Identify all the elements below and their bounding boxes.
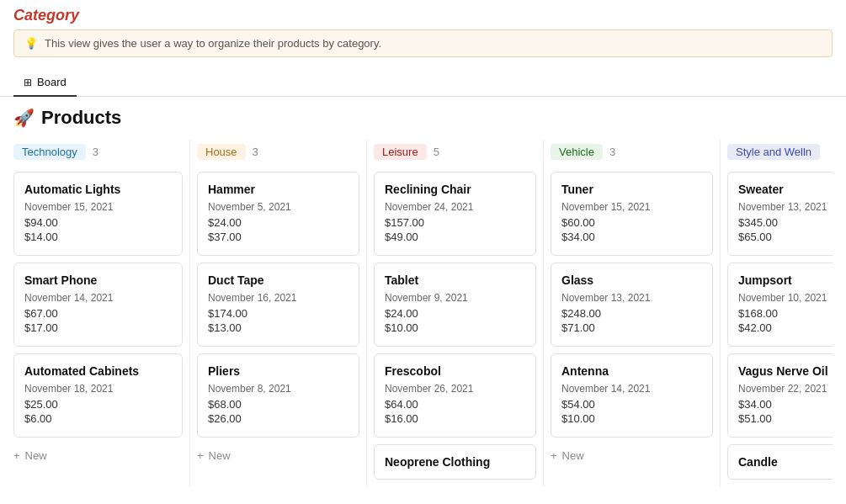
card-price-2: $10.00 [385, 321, 525, 334]
table-row[interactable]: Reclining Chair November 24, 2021 $157.0… [374, 172, 536, 256]
card-title: Antenna [561, 364, 702, 378]
column-tag-house[interactable]: House [197, 144, 246, 160]
table-row[interactable]: Sweater November 13, 2021 $345.00 $65.00 [727, 172, 833, 256]
table-row[interactable]: Antenna November 14, 2021 $54.00 $10.00 [551, 353, 713, 438]
table-row[interactable]: Smart Phone November 14, 2021 $67.00 $17… [13, 263, 183, 347]
plus-icon: + [551, 449, 557, 462]
card-date: November 14, 2021 [24, 292, 172, 304]
column-header-leisure: Leisure 5 [374, 141, 536, 163]
card-price-1: $345.00 [738, 216, 833, 229]
card-date: November 13, 2021 [738, 201, 833, 213]
card-date: November 16, 2021 [208, 292, 349, 304]
card-title: Tuner [561, 183, 702, 196]
table-row[interactable]: Candle [727, 444, 833, 480]
card-price-2: $49.00 [385, 231, 525, 243]
card-price-2: $37.00 [208, 231, 349, 243]
new-button-vehicle[interactable]: + New [551, 444, 713, 467]
tab-board[interactable]: ⊞ Board [13, 69, 77, 97]
products-icon: 🚀 [13, 108, 35, 128]
card-date: November 8, 2021 [208, 383, 349, 395]
table-row[interactable]: Hammer November 5, 2021 $24.00 $37.00 [197, 172, 359, 256]
card-date: November 24, 2021 [385, 201, 525, 213]
column-tag-style[interactable]: Style and Welln [727, 144, 820, 160]
tab-board-label: Board [37, 76, 67, 88]
card-title: Smart Phone [24, 273, 172, 287]
card-date: November 18, 2021 [24, 383, 172, 395]
table-row[interactable]: Tuner November 15, 2021 $60.00 $34.00 [551, 172, 713, 256]
column-count-leisure: 5 [434, 146, 439, 158]
column-leisure: Leisure 5 Reclining Chair November 24, 2… [367, 141, 544, 486]
products-section: 🚀 Products Technology 3 Automatic Lights… [0, 97, 846, 496]
board-container: Technology 3 Automatic Lights November 1… [13, 141, 833, 486]
column-count-house: 3 [253, 146, 258, 158]
new-button-house[interactable]: + New [197, 444, 359, 467]
card-date: November 5, 2021 [208, 201, 349, 213]
card-price-2: $71.00 [561, 321, 702, 334]
column-header-vehicle: Vehicle 3 [551, 141, 713, 163]
table-row[interactable]: Neoprene Clothing [374, 444, 536, 480]
column-house: House 3 Hammer November 5, 2021 $24.00 $… [190, 141, 367, 486]
table-row[interactable]: Frescobol November 26, 2021 $64.00 $16.0… [374, 353, 536, 438]
card-title: Tablet [385, 273, 525, 287]
card-date: November 15, 2021 [561, 201, 702, 213]
table-row[interactable]: Vagus Nerve Oil November 22, 2021 $34.00… [727, 353, 833, 438]
table-row[interactable]: Jumpsort November 10, 2021 $168.00 $42.0… [727, 263, 833, 347]
column-tag-leisure[interactable]: Leisure [374, 144, 427, 160]
column-style: Style and Welln Sweater November 13, 202… [721, 141, 833, 486]
card-price-1: $24.00 [385, 307, 525, 320]
column-header-house: House 3 [197, 141, 359, 163]
card-date: November 10, 2021 [738, 292, 833, 304]
card-price-1: $24.00 [208, 216, 349, 229]
new-label: New [25, 449, 47, 462]
page-title: Products [41, 107, 121, 129]
table-row[interactable]: Duct Tape November 16, 2021 $174.00 $13.… [197, 263, 359, 347]
card-price-1: $64.00 [385, 398, 525, 411]
info-icon: 💡 [24, 37, 38, 50]
card-price-2: $10.00 [561, 412, 702, 425]
new-button-technology[interactable]: + New [13, 444, 183, 467]
card-title: Jumpsort [738, 273, 833, 287]
page-header: Category 💡 This view gives the user a wa… [0, 0, 846, 69]
table-row[interactable]: Automatic Lights November 15, 2021 $94.0… [13, 172, 183, 256]
card-price-2: $42.00 [738, 321, 833, 334]
card-date: November 22, 2021 [738, 383, 833, 395]
card-price-2: $13.00 [208, 321, 349, 334]
card-price-1: $67.00 [24, 307, 172, 320]
card-price-1: $25.00 [24, 398, 172, 411]
table-row[interactable]: Pliers November 8, 2021 $68.00 $26.00 [197, 353, 359, 438]
card-price-1: $34.00 [738, 398, 833, 411]
card-title: Glass [561, 273, 702, 287]
card-title: Sweater [738, 183, 833, 196]
card-price-2: $65.00 [738, 231, 833, 243]
table-row[interactable]: Automated Cabinets November 18, 2021 $25… [13, 353, 183, 438]
column-tag-vehicle[interactable]: Vehicle [551, 144, 603, 160]
table-row[interactable]: Tablet November 9, 2021 $24.00 $10.00 [374, 263, 536, 347]
card-title: Automated Cabinets [24, 364, 172, 378]
card-price-2: $6.00 [24, 412, 172, 425]
column-tag-technology[interactable]: Technology [13, 144, 86, 160]
card-price-2: $14.00 [24, 231, 172, 243]
card-price-2: $26.00 [208, 412, 349, 425]
card-title: Reclining Chair [385, 183, 525, 196]
board-icon: ⊞ [24, 77, 32, 88]
column-technology: Technology 3 Automatic Lights November 1… [13, 141, 190, 486]
card-price-1: $157.00 [385, 216, 525, 229]
card-price-1: $68.00 [208, 398, 349, 411]
card-date: November 9, 2021 [385, 292, 525, 304]
new-label: New [562, 449, 584, 462]
info-banner: 💡 This view gives the user a way to orga… [13, 29, 833, 57]
card-price-1: $94.00 [24, 216, 172, 229]
category-title: Category [13, 7, 833, 24]
card-price-2: $16.00 [385, 412, 525, 425]
products-header: 🚀 Products [13, 107, 833, 129]
tab-bar: ⊞ Board [0, 69, 846, 97]
column-header-technology: Technology 3 [13, 141, 183, 163]
card-title: Neoprene Clothing [385, 455, 525, 469]
column-count-vehicle: 3 [609, 146, 615, 158]
column-vehicle: Vehicle 3 Tuner November 15, 2021 $60.00… [544, 141, 721, 486]
table-row[interactable]: Glass November 13, 2021 $248.00 $71.00 [551, 263, 713, 347]
card-title: Automatic Lights [24, 183, 172, 196]
card-date: November 15, 2021 [24, 201, 172, 213]
card-title: Duct Tape [208, 273, 349, 287]
card-price-1: $54.00 [561, 398, 702, 411]
